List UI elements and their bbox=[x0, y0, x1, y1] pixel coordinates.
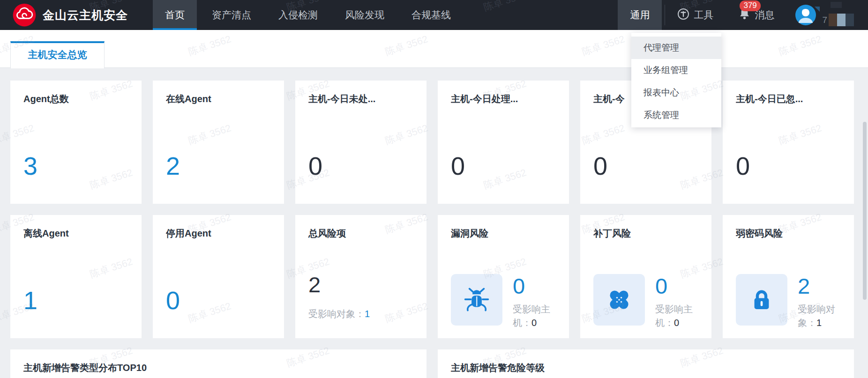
card-weak-password-risk[interactable]: 弱密码风险 2 受影响对象：1 bbox=[723, 215, 854, 338]
nav-item-messages[interactable]: 379 消息 bbox=[734, 0, 784, 30]
card-title: 漏洞风险 bbox=[451, 227, 557, 240]
stat-value: 1 bbox=[23, 288, 129, 313]
nav-item-intrusion[interactable]: 入侵检测 bbox=[266, 0, 330, 30]
card-agent-offline[interactable]: 离线Agent 1 bbox=[10, 215, 142, 338]
card-patch-risk[interactable]: 补丁风险 0 受影响主机：0 bbox=[580, 215, 711, 338]
stat-row-2: 离线Agent 1 停用Agent 0 总风险项 2 受影响对象：1 漏洞风险 bbox=[10, 215, 868, 338]
dropdown-item-system-management[interactable]: 系统管理 bbox=[631, 104, 721, 126]
tools-label: 工具 bbox=[694, 8, 713, 22]
username-redacted[interactable]: 7 bbox=[822, 0, 854, 30]
affected-line: 受影响对象：1 bbox=[308, 308, 414, 320]
stat-value: 0 bbox=[308, 153, 414, 178]
brand-title: 金山云主机安全 bbox=[43, 7, 128, 23]
redacted-block bbox=[846, 14, 854, 26]
card-title: Agent总数 bbox=[23, 93, 129, 105]
card-agent-disabled[interactable]: 停用Agent 0 bbox=[153, 215, 284, 338]
nav-item-compliance[interactable]: 合规基线 bbox=[399, 0, 463, 30]
nav-item-risk[interactable]: 风险发现 bbox=[333, 0, 397, 30]
card-agent-online[interactable]: 在线Agent 2 bbox=[153, 81, 284, 204]
risk-info: 0 受影响主机：0 bbox=[655, 275, 699, 330]
affected-value: 0 bbox=[674, 318, 679, 328]
stat-value: 0 bbox=[736, 153, 842, 178]
navbar-right: 通用 工具 379 消息 bbox=[618, 0, 868, 30]
scrollbar-thumb[interactable] bbox=[863, 122, 867, 300]
risk-value: 0 bbox=[513, 275, 557, 297]
nav-item-general[interactable]: 通用 bbox=[618, 0, 662, 30]
nav-item-home[interactable]: 首页 bbox=[153, 0, 197, 30]
patch-icon bbox=[593, 274, 645, 326]
card-title: 弱密码风险 bbox=[736, 227, 842, 240]
redacted-block bbox=[831, 2, 842, 8]
stat-value: 3 bbox=[23, 153, 129, 178]
stat-value: 0 bbox=[166, 288, 272, 313]
dropdown-item-agent-management[interactable]: 代理管理 bbox=[631, 37, 721, 59]
chart-title: 主机新增告警危险等级 bbox=[451, 362, 854, 374]
risk-value: 0 bbox=[655, 275, 699, 297]
chart-title: 主机新增告警类型分布TOP10 bbox=[23, 362, 427, 374]
card-title: 总风险项 bbox=[308, 227, 414, 240]
card-title: 主机-今日已忽... bbox=[736, 93, 842, 105]
card-agent-total[interactable]: Agent总数 3 bbox=[10, 81, 142, 204]
affected-value: 1 bbox=[365, 309, 370, 319]
risk-body: 0 受影响主机：0 bbox=[451, 274, 557, 330]
stat-value: 2 bbox=[166, 153, 272, 178]
card-title: 主机-今日未处... bbox=[308, 93, 414, 105]
card-title: 主机-今日处理... bbox=[451, 93, 557, 105]
chart-alert-severity: 主机新增告警危险等级 bbox=[438, 349, 854, 378]
card-title: 补丁风险 bbox=[593, 227, 699, 240]
tab-host-security-overview[interactable]: 主机安全总览 bbox=[10, 41, 105, 68]
dropdown-item-business-group[interactable]: 业务组管理 bbox=[631, 59, 721, 82]
stat-row-1: Agent总数 3 在线Agent 2 主机-今日未处... 0 主机-今日处理… bbox=[10, 81, 868, 204]
nav-item-tools[interactable]: 工具 bbox=[668, 0, 723, 30]
chart-alert-type-top10: 主机新增告警类型分布TOP10 bbox=[10, 349, 427, 378]
dropdown-item-report-center[interactable]: 报表中心 bbox=[631, 82, 721, 104]
card-host-today-ignored[interactable]: 主机-今日已忽... 0 bbox=[723, 81, 854, 204]
lock-icon bbox=[736, 274, 787, 326]
affected-line: 受影响对象：1 bbox=[798, 303, 842, 330]
card-title: 停用Agent bbox=[166, 227, 272, 240]
message-count-badge: 379 bbox=[740, 0, 760, 11]
avatar-person-icon bbox=[795, 19, 816, 27]
card-host-today-unhandled[interactable]: 主机-今日未处... 0 bbox=[295, 81, 427, 204]
username-fragment: 7 bbox=[822, 14, 827, 26]
risk-info: 2 受影响对象：1 bbox=[798, 275, 842, 330]
card-vulnerability-risk[interactable]: 漏洞风险 0 受影响主机：0 bbox=[438, 215, 569, 338]
bug-icon bbox=[451, 274, 502, 326]
nav-item-assets[interactable]: 资产清点 bbox=[200, 0, 263, 30]
affected-value: 1 bbox=[816, 318, 822, 328]
kingsoft-cloud-logo-icon bbox=[12, 3, 37, 27]
risk-value: 2 bbox=[798, 275, 842, 297]
stat-value: 0 bbox=[451, 153, 557, 178]
brand: 金山云主机安全 bbox=[12, 3, 128, 27]
card-title: 离线Agent bbox=[23, 227, 129, 240]
top-navbar: 金山云主机安全 首页 资产清点 入侵检测 风险发现 合规基线 通用 工具 bbox=[0, 0, 868, 30]
affected-label: 受影响对象： bbox=[308, 309, 365, 319]
nav-divider bbox=[665, 5, 665, 25]
avatar-notch bbox=[815, 7, 820, 12]
user-avatar[interactable] bbox=[795, 4, 816, 26]
tool-circle-icon bbox=[677, 8, 689, 22]
risk-body: 0 受影响主机：0 bbox=[593, 274, 699, 330]
dashboard-content: Agent总数 3 在线Agent 2 主机-今日未处... 0 主机-今日处理… bbox=[0, 68, 868, 378]
general-dropdown-menu: 代理管理 业务组管理 报表中心 系统管理 bbox=[631, 33, 721, 127]
risk-info: 0 受影响主机：0 bbox=[513, 275, 557, 330]
affected-line: 受影响主机：0 bbox=[655, 303, 699, 330]
stat-value: 2 bbox=[308, 274, 414, 296]
stat-value: 0 bbox=[593, 153, 699, 178]
affected-value: 0 bbox=[531, 318, 537, 328]
main-nav: 首页 资产清点 入侵检测 风险发现 合规基线 bbox=[151, 0, 464, 30]
card-total-risk[interactable]: 总风险项 2 受影响对象：1 bbox=[295, 215, 427, 338]
chart-row: 主机新增告警类型分布TOP10 主机新增告警危险等级 bbox=[10, 349, 868, 378]
affected-line: 受影响主机：0 bbox=[513, 303, 557, 330]
redacted-block bbox=[829, 14, 837, 26]
card-host-today-handled[interactable]: 主机-今日处理... 0 bbox=[438, 81, 569, 204]
tab-bar: 主机安全总览 bbox=[0, 30, 868, 68]
risk-body: 2 受影响对象：1 bbox=[736, 274, 842, 330]
card-title: 在线Agent bbox=[166, 93, 272, 105]
redacted-block bbox=[837, 14, 846, 26]
